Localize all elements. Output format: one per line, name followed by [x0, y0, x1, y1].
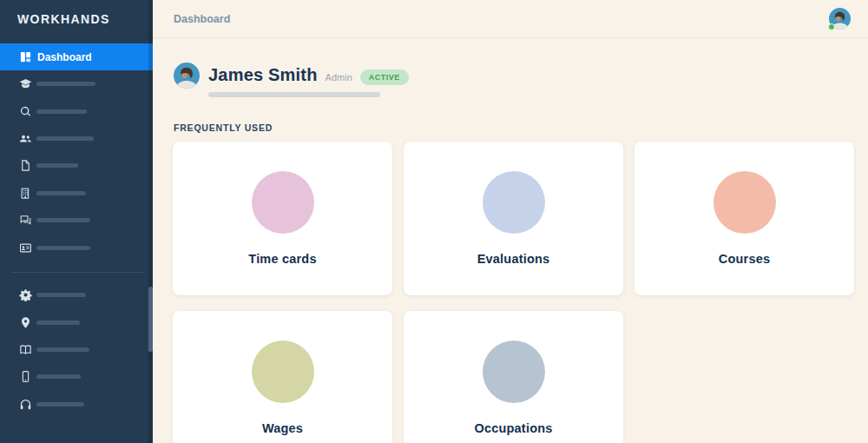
sidebar-item[interactable] — [0, 180, 153, 207]
user-avatar-button[interactable] — [829, 8, 851, 30]
skeleton-bar — [36, 402, 84, 407]
card-occupations[interactable]: Occupations — [404, 311, 623, 443]
sidebar-item[interactable] — [0, 234, 153, 261]
document-icon — [19, 159, 32, 172]
graduation-cap-icon — [19, 77, 32, 90]
users-icon — [19, 132, 32, 145]
profile-avatar — [174, 63, 200, 89]
card-time-cards[interactable]: Time cards — [173, 142, 392, 295]
chat-icon — [19, 214, 32, 227]
skeleton-bar — [36, 321, 80, 325]
sidebar-nav-secondary — [0, 281, 153, 418]
frequently-used-grid: Time cardsEvaluationsCoursesWagesOccupat… — [173, 142, 855, 443]
skeleton-bar — [36, 109, 87, 114]
search-icon — [19, 105, 32, 118]
card-evaluations[interactable]: Evaluations — [404, 142, 623, 295]
sidebar-item[interactable] — [0, 281, 153, 308]
skeleton-bar — [36, 347, 89, 352]
profile-name: James Smith — [208, 65, 318, 85]
profile-skeleton-bar — [208, 92, 380, 97]
sidebar-item-label: Dashboard — [37, 51, 92, 63]
dashboard-icon — [19, 50, 32, 63]
card-circle — [713, 171, 776, 234]
skeleton-bar — [36, 191, 86, 195]
card-circle — [252, 171, 314, 234]
headphones-icon — [19, 398, 32, 411]
building-icon — [19, 187, 32, 200]
card-circle — [252, 341, 314, 403]
sidebar-item[interactable] — [0, 336, 153, 363]
location-pin-icon — [19, 316, 32, 329]
profile-header: James Smith Admin ACTIVE — [208, 65, 409, 85]
skeleton-bar — [36, 246, 90, 250]
gear-icon — [19, 288, 32, 301]
sidebar-scrollbar-track — [148, 0, 153, 443]
sidebar-item[interactable] — [0, 125, 153, 152]
card-circle — [483, 171, 545, 234]
sidebar-item[interactable] — [0, 308, 153, 335]
card-circle — [483, 341, 545, 403]
skeleton-bar — [36, 293, 86, 297]
top-bar: Dashboard — [153, 0, 868, 38]
sidebar: WORKHANDS Dashboard — [0, 0, 153, 443]
book-icon — [19, 343, 32, 356]
breadcrumb: Dashboard — [174, 13, 230, 25]
sidebar-item-dashboard[interactable]: Dashboard — [0, 43, 153, 70]
card-label: Occupations — [474, 421, 552, 435]
skeleton-bar — [36, 163, 78, 168]
status-badge: ACTIVE — [360, 69, 409, 85]
sidebar-item[interactable] — [0, 207, 153, 234]
skeleton-bar — [36, 136, 94, 141]
skeleton-bar — [36, 374, 81, 379]
sidebar-item[interactable] — [0, 97, 153, 124]
sidebar-divider — [12, 272, 144, 273]
profile-role: Admin — [326, 72, 352, 83]
online-status-dot — [828, 23, 835, 30]
id-card-icon — [19, 241, 32, 255]
card-label: Wages — [262, 421, 303, 435]
card-wages[interactable]: Wages — [173, 311, 392, 443]
card-label: Evaluations — [477, 252, 550, 266]
card-label: Courses — [719, 252, 770, 266]
section-title-frequently-used: FREQUENTLY USED — [174, 122, 273, 133]
skeleton-bar — [36, 82, 95, 86]
sidebar-item[interactable] — [0, 152, 153, 179]
sidebar-item[interactable] — [0, 391, 153, 418]
sidebar-item[interactable] — [0, 363, 153, 390]
phone-icon — [19, 370, 32, 383]
sidebar-nav-primary — [0, 70, 153, 261]
app-logo: WORKHANDS — [17, 12, 110, 26]
sidebar-item[interactable] — [0, 70, 153, 97]
sidebar-scrollbar-thumb[interactable] — [148, 287, 153, 352]
card-courses[interactable]: Courses — [635, 142, 854, 295]
card-label: Time cards — [248, 252, 316, 266]
skeleton-bar — [36, 218, 90, 222]
